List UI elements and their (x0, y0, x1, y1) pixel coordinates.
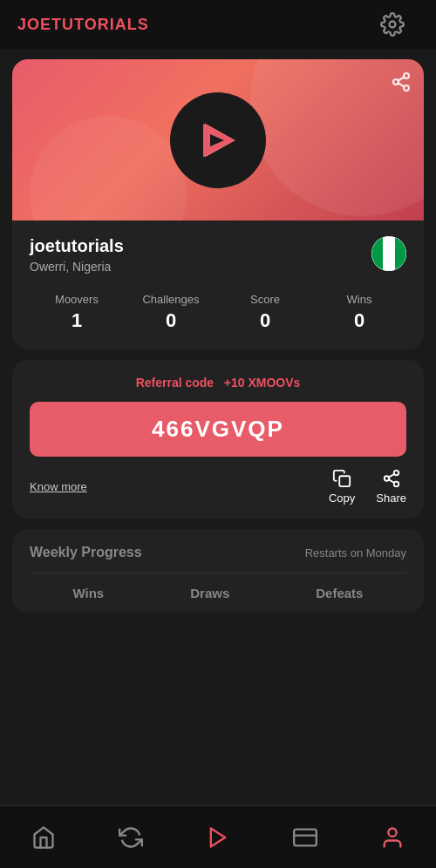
action-buttons-group: Copy Share (329, 469, 406, 505)
share-icon (391, 71, 412, 92)
svg-line-22 (389, 474, 394, 478)
app-header: JOETUTORIALS (0, 0, 436, 49)
copy-button[interactable]: Copy (329, 469, 355, 505)
share-action-icon (382, 469, 401, 488)
weekly-cols: Wins Draws Defeats (30, 586, 406, 600)
share-label: Share (376, 492, 406, 505)
avatar (170, 92, 266, 188)
home-icon (31, 825, 56, 850)
referral-bonus: +10 XMOOVs (224, 376, 301, 390)
stat-wins: Wins 0 (312, 293, 406, 332)
copy-label: Copy (329, 492, 355, 505)
svg-rect-15 (383, 236, 395, 271)
banner-share-button[interactable] (391, 71, 412, 98)
know-more-button[interactable]: Know more (30, 480, 87, 493)
stat-score: Score 0 (218, 293, 312, 332)
moovers-value: 1 (30, 309, 124, 332)
referral-header: Referral code +10 XMOOVs (30, 376, 406, 390)
brand-logo-detail (194, 117, 242, 164)
referral-card: Referral code +10 XMOOVs 466VGVQP Know m… (12, 360, 424, 519)
copy-icon (332, 469, 351, 488)
refresh-icon (119, 825, 143, 850)
svg-rect-13 (371, 236, 383, 271)
moovers-label: Moovers (30, 293, 124, 306)
referral-actions: Know more Copy Share (30, 469, 406, 505)
svg-rect-17 (339, 476, 350, 486)
wins-label: Wins (312, 293, 406, 306)
weekly-title: Weekly Progress (30, 545, 142, 560)
bottom-nav (0, 805, 436, 868)
referral-label: Referral code (136, 376, 214, 390)
weekly-header: Weekly Progress Restarts on Monday (30, 545, 406, 560)
profile-banner (12, 59, 424, 220)
stat-moovers: Moovers 1 (30, 293, 124, 332)
nigeria-flag-icon (371, 236, 406, 271)
profile-info: joetutorials Owerri, Nigeria Moovers (12, 220, 424, 349)
weekly-progress-card: Weekly Progress Restarts on Monday Wins … (12, 529, 424, 613)
weekly-col-draws: Draws (190, 586, 229, 600)
country-flag (371, 236, 406, 271)
profile-nav-icon (380, 825, 405, 850)
profile-card: joetutorials Owerri, Nigeria Moovers (12, 59, 424, 349)
svg-rect-14 (395, 236, 406, 271)
nav-profile-button[interactable] (366, 811, 419, 864)
challenges-label: Challenges (124, 293, 218, 306)
profile-location: Owerri, Nigeria (30, 260, 124, 274)
play-nav-icon (206, 825, 230, 850)
share-button[interactable]: Share (376, 469, 406, 505)
app-title: JOETUTORIALS (17, 16, 149, 34)
svg-line-5 (399, 78, 405, 81)
svg-point-0 (390, 22, 396, 28)
svg-marker-23 (211, 828, 225, 846)
score-label: Score (218, 293, 312, 306)
nav-home-button[interactable] (17, 811, 70, 864)
challenges-value: 0 (124, 309, 218, 332)
wins-value: 0 (312, 309, 406, 332)
profile-text: joetutorials Owerri, Nigeria (30, 236, 124, 274)
nav-wallet-button[interactable] (279, 811, 331, 864)
weekly-col-defeats: Defeats (316, 586, 363, 600)
referral-code-display[interactable]: 466VGVQP (30, 402, 406, 457)
svg-line-4 (399, 84, 405, 87)
stats-row: Moovers 1 Challenges 0 Score 0 Wins 0 (30, 293, 406, 332)
profile-username: joetutorials (30, 236, 124, 256)
nav-refresh-button[interactable] (105, 811, 157, 864)
gear-icon (380, 12, 405, 37)
svg-point-25 (388, 828, 396, 836)
score-value: 0 (218, 309, 312, 332)
weekly-divider (30, 573, 406, 573)
nav-play-button[interactable] (192, 811, 244, 864)
weekly-subtitle: Restarts on Monday (305, 546, 406, 559)
stat-challenges: Challenges 0 (124, 293, 218, 332)
profile-top-row: joetutorials Owerri, Nigeria (30, 236, 406, 274)
settings-button[interactable] (366, 0, 419, 51)
svg-line-21 (389, 479, 394, 483)
weekly-col-wins: Wins (73, 586, 105, 600)
svg-rect-24 (294, 829, 317, 845)
wallet-icon (293, 825, 317, 850)
